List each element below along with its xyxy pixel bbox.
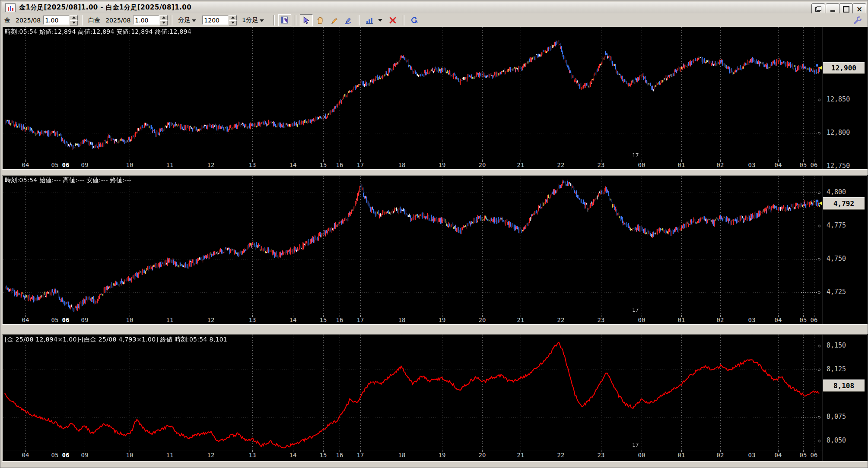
titlebar[interactable]: 金1分足[2025/08]1.00 - 白金1分足[2025/08]1.00 × — [2, 2, 867, 13]
bar-count-input[interactable] — [202, 16, 228, 25]
x-tick-label: 23 — [595, 316, 607, 323]
gold-ohlc-readout: 時刻:05:54 始値:12,894 高値:12,894 安値:12,894 終… — [5, 28, 191, 36]
down-arrow-icon — [231, 22, 235, 24]
x-tick-label: 15 — [318, 452, 329, 459]
platinum-ratio-spinner — [133, 16, 168, 25]
maximize-icon — [843, 6, 849, 13]
platinum-ratio-up-button[interactable] — [159, 15, 168, 20]
x-tick-label: 17 — [355, 452, 366, 459]
chart-type-dropdown-arrow[interactable] — [378, 19, 382, 22]
interval-dropdown[interactable]: 1分足 — [242, 16, 267, 24]
bar-count-down-button[interactable] — [229, 20, 237, 25]
x-tick-label: 22 — [555, 161, 566, 168]
x-tick-label: 05 — [798, 161, 809, 168]
pointer-tool-button[interactable] — [300, 14, 313, 26]
gold-ratio-steppers — [70, 15, 78, 25]
x-tick-label: 03 — [746, 316, 757, 323]
panel-splitter[interactable] — [2, 324, 867, 335]
x-tick-label: 06 — [808, 161, 820, 168]
up-arrow-icon — [72, 16, 76, 19]
pan-tool-button[interactable] — [314, 14, 327, 26]
gold-ratio-up-button[interactable] — [70, 15, 78, 20]
wrench-icon — [853, 16, 862, 25]
pencil-tool-button[interactable] — [327, 14, 340, 26]
content-left-border — [2, 27, 3, 461]
pencil-icon — [330, 16, 338, 24]
x-tick-label: 06 — [60, 316, 71, 323]
window-title: 金1分足[2025/08]1.00 - 白金1分足[2025/08]1.00 — [19, 3, 191, 12]
current-price-box: 12,900 — [823, 62, 865, 74]
platinum-ratio-input[interactable] — [133, 16, 159, 25]
x-tick-label: 05 — [798, 316, 809, 323]
delete-lines-button[interactable] — [386, 14, 399, 26]
x-tick-label: 09 — [79, 452, 90, 459]
x-tick-label: 17 — [355, 161, 366, 168]
x-tick-label: 20 — [477, 316, 488, 323]
x-tick-label: 00 — [636, 161, 647, 168]
pen-tool-button[interactable] — [341, 14, 354, 26]
gold-ratio-input[interactable] — [43, 16, 69, 25]
settings-wrench-button[interactable] — [851, 14, 864, 26]
x-tick-label: 16 — [334, 161, 345, 168]
y-tick-label: 12,850 — [827, 95, 850, 103]
x-tick-label: 21 — [515, 316, 526, 323]
close-icon: × — [856, 6, 862, 13]
y-tick-label: 4,800 — [827, 188, 846, 196]
platinum-time-axis: 0405060910111213141516171819202122230001… — [3, 315, 823, 324]
pen-blue-icon — [344, 16, 352, 24]
toolbar: 金 2025/08 白金 2025/08 分足 — [2, 13, 867, 27]
x-tick-label: 00 — [636, 452, 647, 459]
x-tick-label: 01 — [676, 316, 687, 323]
x-tick-label: 20 — [477, 452, 488, 459]
x-tick-label: 05 — [49, 316, 60, 323]
bar-type-dropdown[interactable]: 分足 — [178, 16, 200, 24]
gold-month-label: 2025/08 — [16, 17, 41, 24]
x-tick-label: 10 — [124, 452, 135, 459]
app-candlestick-icon — [5, 3, 16, 12]
x-tick-label: 02 — [715, 316, 726, 323]
current-price-box: 4,792 — [823, 197, 865, 210]
spread-price-axis: 8,1508,1258,0758,0508,0258,108 — [823, 334, 868, 461]
x-tick-label: 04 — [20, 452, 31, 459]
gold-ratio-spinner — [43, 16, 78, 25]
y-tick-label: 8,075 — [827, 413, 846, 421]
window-bottom-frame — [2, 461, 867, 468]
spread-formula-readout: [金 25/08 12,894×1.00]-[白金 25/08 4,793×1.… — [5, 336, 227, 344]
x-tick-label: 06 — [60, 161, 71, 168]
x-tick-label: 02 — [715, 161, 726, 168]
current-price-box: 8,108 — [823, 379, 865, 392]
spread-line-chart[interactable] — [3, 335, 823, 449]
x-tick-label: 22 — [555, 452, 566, 459]
chart-type-button[interactable] — [363, 14, 376, 26]
up-arrow-icon — [162, 16, 165, 19]
platinum-ratio-steppers — [159, 15, 168, 25]
y-tick-label: 8,050 — [827, 436, 846, 444]
x-tick-label: 03 — [746, 452, 757, 459]
gold-time-axis: 0405060910111213141516171819202122230001… — [3, 160, 823, 169]
dropdown-arrow-icon — [260, 19, 264, 22]
gold-candlestick-chart[interactable] — [3, 27, 823, 160]
platinum-candlestick-chart[interactable] — [3, 176, 823, 314]
x-tick-label: 00 — [636, 316, 647, 323]
x-tick-label: 22 — [555, 316, 566, 323]
x-tick-label: 13 — [247, 161, 258, 168]
platinum-ohlc-readout: 時刻:05:54 始値:--- 高値:--- 安値:--- 終値:--- — [5, 177, 131, 184]
platinum-ratio-down-button[interactable] — [159, 20, 168, 25]
bar-count-spinner — [202, 16, 237, 25]
minimize-icon — [830, 10, 835, 12]
platinum-label: 白金 — [88, 16, 100, 24]
panel-splitter[interactable] — [2, 169, 867, 176]
gold-ratio-down-button[interactable] — [70, 20, 78, 25]
refresh-button[interactable]: R — [408, 14, 421, 26]
x-tick-label: 14 — [287, 161, 299, 168]
bar-count-up-button[interactable] — [229, 15, 237, 20]
x-tick-label: 04 — [20, 316, 31, 323]
x-tick-label: 12 — [205, 161, 216, 168]
bar-chart-icon — [366, 16, 373, 24]
chart-settings-button[interactable] — [278, 14, 291, 26]
refresh-icon: R — [410, 16, 418, 24]
date-change-label: 17 — [632, 442, 639, 448]
cascade-icon — [815, 6, 821, 12]
up-arrow-icon — [231, 16, 235, 19]
x-tick-label: 10 — [124, 161, 135, 168]
